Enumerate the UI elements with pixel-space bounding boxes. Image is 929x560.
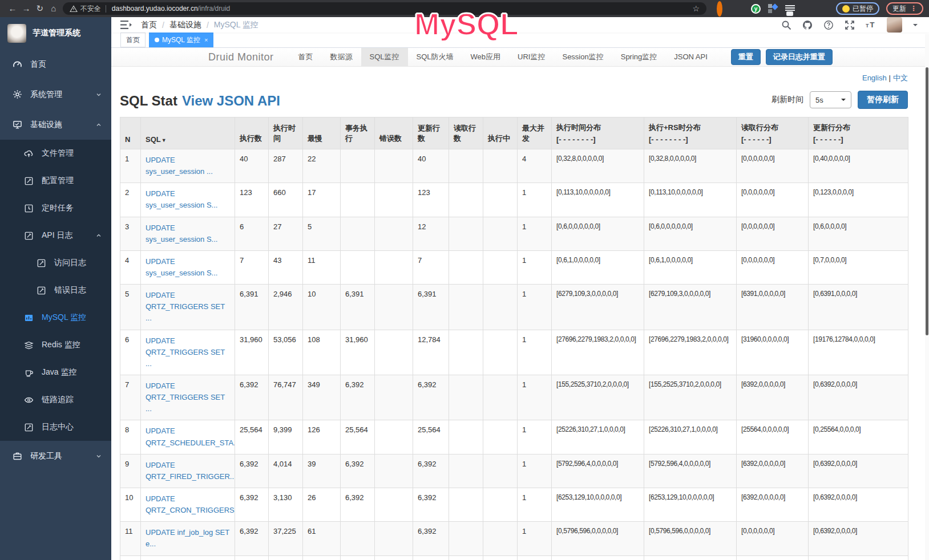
font-size-icon[interactable]: TT: [866, 20, 876, 30]
hamburger-icon[interactable]: [120, 20, 132, 30]
cell-h4: [0,6392,0,0,0,0]: [809, 488, 908, 521]
cell-exec: 31,960: [235, 330, 269, 375]
druid-nav-item[interactable]: SQL监控: [361, 48, 408, 67]
search-icon[interactable]: [781, 20, 791, 30]
cell-sql: UPDATE QRTZ_CRON_TRIGGERS...: [141, 488, 235, 521]
home-icon[interactable]: ⌂: [47, 0, 60, 17]
sidebar-item-error-log[interactable]: 错误日志: [0, 277, 111, 304]
lang-english-link[interactable]: English: [862, 74, 887, 82]
cell-h3: [6392,0,0,0,0,0]: [737, 488, 809, 521]
cell-slowest: 108: [303, 330, 341, 375]
edit-icon: [24, 231, 34, 241]
paused-extension-pill[interactable]: 已暂停: [836, 2, 879, 15]
druid-nav-item[interactable]: 首页: [290, 48, 322, 67]
sidebar-item-infra[interactable]: 基础设施: [0, 109, 111, 140]
druid-nav-item[interactable]: 数据源: [322, 48, 361, 67]
browser-update-button[interactable]: 更新 ⋮: [886, 2, 923, 15]
sql-link[interactable]: UPDATE QRTZ_TRIGGERS SET ...: [146, 382, 225, 413]
cell-conc: 1: [518, 454, 552, 488]
column-header-sql[interactable]: SQL▼: [141, 117, 235, 149]
cell-running: [483, 183, 518, 217]
close-icon[interactable]: ×: [204, 36, 208, 43]
sidebar-header[interactable]: 芋道管理系统: [0, 17, 111, 49]
druid-brand[interactable]: Druid Monitor: [208, 51, 274, 63]
druid-nav-item[interactable]: JSON API: [665, 48, 716, 67]
lang-chinese-link[interactable]: 中文: [893, 74, 908, 82]
druid-nav-item[interactable]: Web应用: [462, 48, 510, 67]
tab-home[interactable]: 首页: [120, 33, 146, 47]
table-row: 7UPDATE QRTZ_TRIGGERS SET ...6,39276,747…: [120, 375, 908, 420]
sidebar-item-file[interactable]: 文件管理: [0, 140, 111, 167]
cell-conc: 1: [518, 488, 552, 521]
cell-slowest: 22: [303, 149, 341, 183]
cell-tx: [341, 183, 375, 217]
cell-upd: [413, 555, 449, 560]
github-icon[interactable]: [802, 20, 813, 30]
sidebar-item-system[interactable]: 系统管理: [0, 79, 111, 109]
cell-slowest: 349: [303, 375, 341, 420]
kebab-menu-icon[interactable]: ⋮: [910, 5, 917, 13]
sidebar-item-access-log[interactable]: 访问日志: [0, 249, 111, 277]
cell-time: 2,946: [269, 285, 303, 330]
sidebar-item-java[interactable]: Java 监控: [0, 359, 111, 386]
scrollbar-thumb[interactable]: [926, 67, 928, 335]
sidebar-item-trace[interactable]: 链路追踪: [0, 386, 111, 413]
navbar-actions: TT: [781, 17, 918, 33]
breadcrumb-item[interactable]: 基础设施: [169, 20, 201, 30]
extension-squares-icon[interactable]: [768, 4, 778, 14]
chevron-down-icon[interactable]: [913, 24, 918, 29]
back-icon[interactable]: ←: [6, 0, 19, 17]
sql-link[interactable]: UPDATE QRTZ_TRIGGERS SET ...: [146, 336, 225, 368]
cell-h2: [0,6,1,0,0,0,0,0]: [644, 250, 737, 284]
breadcrumb-item: MySQL 监控: [214, 20, 258, 30]
column-header-exec: 执行数: [235, 117, 269, 149]
sql-link[interactable]: UPDATE QRTZ_FIRED_TRIGGER...: [146, 461, 235, 481]
fullscreen-icon[interactable]: [845, 20, 855, 30]
sql-link[interactable]: UPDATE inf_job_log SET e...: [146, 528, 229, 548]
extensions-puzzle-icon[interactable]: [819, 4, 829, 14]
sidebar-item-config[interactable]: 配置管理: [0, 167, 111, 194]
cell-h3: [0,0,0,0,0,0]: [737, 250, 809, 284]
sidebar-item-mysql[interactable]: MySQL 监控: [0, 304, 111, 331]
sql-link[interactable]: UPDATE sys_user_session S...: [146, 224, 217, 244]
druid-nav-item[interactable]: Session监控: [554, 48, 612, 67]
dashboard-icon: [13, 59, 22, 69]
chevron-down-icon: [95, 453, 102, 460]
user-avatar[interactable]: [887, 17, 902, 33]
extension-drop-icon[interactable]: [734, 4, 744, 14]
sidebar-item-api-log[interactable]: API 日志: [0, 222, 111, 249]
extension-ring-icon[interactable]: [717, 4, 726, 14]
tab-mysql-monitor[interactable]: MySQL 监控×: [149, 33, 213, 47]
sql-link[interactable]: UPDATE QRTZ_CRON_TRIGGERS...: [146, 494, 235, 514]
cell-slowest: 26: [303, 488, 341, 521]
breadcrumb-item[interactable]: 首页: [141, 20, 157, 30]
sql-link[interactable]: UPDATE sys_user_session S...: [146, 257, 217, 277]
sidebar-item-job[interactable]: 定时任务: [0, 194, 111, 222]
sidebar-item-log-center[interactable]: 日志中心: [0, 413, 111, 441]
reset-button[interactable]: 重置: [731, 49, 761, 65]
sidebar-item-home[interactable]: 首页: [0, 49, 111, 79]
log-and-reset-button[interactable]: 记录日志并重置: [766, 49, 833, 65]
table-row: 4UPDATE sys_user_session S...7431171[0,6…: [120, 250, 908, 284]
sql-link[interactable]: UPDATE sys_user_session S...: [146, 189, 217, 209]
extension-list-icon[interactable]: on: [785, 4, 795, 14]
view-json-api-link[interactable]: View JSON API: [182, 93, 280, 108]
sidebar-item-devtools[interactable]: 研发工具: [0, 441, 111, 471]
help-icon[interactable]: [823, 20, 834, 30]
address-bar[interactable]: 不安全 dashboard.yudao.iocoder.cn/infra/dru…: [63, 2, 706, 15]
druid-nav-item[interactable]: URI监控: [509, 48, 554, 67]
url-path: /infra/druid: [198, 5, 231, 13]
extension-y-icon[interactable]: y: [751, 4, 761, 14]
extension-ghost-icon[interactable]: [802, 4, 812, 14]
sidebar-item-redis[interactable]: Redis 监控: [0, 331, 111, 359]
sql-link[interactable]: UPDATE sys_user_session ...: [146, 156, 213, 176]
bookmark-star-icon[interactable]: ☆: [692, 4, 700, 13]
druid-nav-item[interactable]: SQL防火墙: [408, 48, 462, 67]
sql-link[interactable]: UPDATE QRTZ_SCHEDULER_STA...: [146, 427, 235, 447]
druid-nav-item[interactable]: Spring监控: [612, 48, 666, 67]
sql-link[interactable]: UPDATE QRTZ_TRIGGERS SET ...: [146, 291, 225, 322]
forward-icon[interactable]: →: [19, 0, 33, 17]
reload-icon[interactable]: ↻: [33, 0, 47, 17]
refresh-interval-select[interactable]: 5s: [810, 91, 851, 108]
pause-refresh-button[interactable]: 暂停刷新: [858, 91, 908, 109]
